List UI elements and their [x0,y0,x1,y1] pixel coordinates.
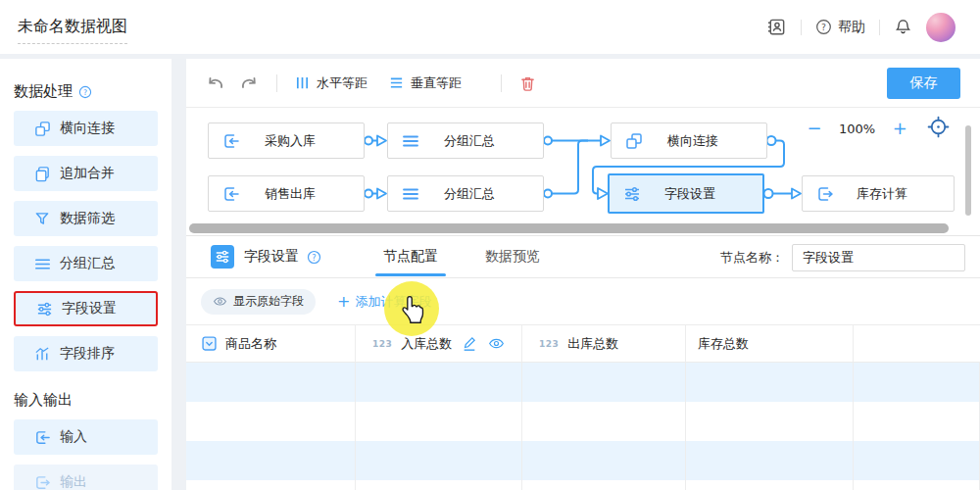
column-header-inbound-total[interactable]: 123 入库总数 [356,325,522,362]
list-icon [402,132,419,150]
node-group-summary-1[interactable]: 分组汇总 [387,122,544,159]
text-type-icon[interactable] [202,336,217,351]
field-table: 商品名称 123 入库总数 [186,324,980,490]
add-calculated-field-button[interactable]: + 添加计算字段 [337,292,431,311]
node-label: 库存计算 [834,185,930,203]
table-row[interactable] [186,480,980,490]
table-row[interactable] [186,441,980,480]
zoom-controls: − 100% + [802,116,912,141]
column-header-inventory-total[interactable]: 库存总数 [686,325,854,362]
output-icon [816,185,834,203]
node-name-input[interactable] [792,244,965,271]
sidebar-item-group-summary[interactable]: 分组汇总 [14,246,158,281]
sidebar-item-label: 分组汇总 [60,255,115,272]
node-name-label: 节点名称： [720,249,784,267]
sidebar-item-horizontal-join[interactable]: 横向连接 [14,111,158,146]
table-row[interactable] [186,402,980,441]
node-inventory-calc[interactable]: 库存计算 [802,175,955,212]
sidebar-item-label: 输出 [60,473,87,490]
eye-icon[interactable] [488,336,505,351]
node-group-summary-2[interactable]: 分组汇总 [387,175,544,212]
panel-header: 字段设置 ? 节点配置 数据预览 节点名称： [186,236,980,278]
sidebar-item-label: 输入 [60,428,87,446]
number-type-label: 123 [539,339,559,349]
column-actions [462,335,521,352]
bell-icon[interactable] [894,18,912,36]
page-title[interactable]: 未命名数据视图 [18,17,127,44]
edit-icon[interactable] [462,335,477,352]
question-circle-icon[interactable]: ? [78,85,92,99]
vertical-bars-icon [295,75,310,90]
column-label: 库存总数 [698,335,749,353]
delete-node-button[interactable] [519,74,536,92]
show-original-fields-button[interactable]: 显示原始字段 [201,289,316,315]
undo-button[interactable] [206,74,225,92]
sidebar-item-data-filter[interactable]: 数据筛选 [14,201,158,236]
node-label: 横向连接 [643,132,743,150]
join-icon [34,121,51,137]
save-button[interactable]: 保存 [887,68,960,99]
vertical-distribute-button[interactable]: 垂直等距 [389,74,462,92]
horizontal-distribute-button[interactable]: 水平等距 [295,74,368,92]
node-label: 采购入库 [240,132,340,150]
node-horizontal-join[interactable]: 横向连接 [611,122,767,159]
canvas-horizontal-scrollbar [186,223,980,234]
column-header-product-name[interactable]: 商品名称 [186,325,356,362]
column-label: 出库总数 [567,335,618,353]
sidebar-item-label: 追加合并 [60,165,115,182]
sliders-icon [623,185,641,203]
list-icon [34,256,51,272]
canvas-toolbar: 水平等距 垂直等距 保存 [186,59,980,108]
divider [801,20,802,35]
sidebar-item-field-sort[interactable]: 字段排序 [14,336,158,371]
fit-view-icon[interactable] [927,116,950,142]
top-bar: 未命名数据视图 ? 帮助 [0,0,980,54]
svg-text:?: ? [83,87,87,96]
section-title-label: 输入输出 [14,391,73,410]
flow-canvas[interactable]: 采购入库 分组汇总 横向连接 销售出库 [186,108,980,223]
canvas-vertical-scrollbar[interactable] [965,125,971,216]
node-name-group: 节点名称： [720,236,965,278]
node-sales-outbound[interactable]: 销售出库 [208,175,365,212]
svg-text:?: ? [821,22,826,32]
redo-button[interactable] [239,74,259,92]
sidebar-section-data-processing: 数据处理 ? [14,82,158,101]
sidebar-item-input[interactable]: 输入 [14,419,158,455]
input-icon [222,185,240,203]
column-header-outbound-total[interactable]: 123 出库总数 [522,325,686,362]
svg-text:?: ? [312,252,316,262]
copy-icon [34,166,51,182]
divider [276,74,277,92]
zoom-in-button[interactable]: + [887,116,912,141]
table-header-row: 商品名称 123 入库总数 [186,324,980,363]
node-label: 分组汇总 [419,132,519,150]
column-label: 商品名称 [225,335,276,353]
node-label: 字段设置 [641,185,739,203]
input-icon [34,429,51,446]
node-purchase-inbound[interactable]: 采购入库 [208,122,365,159]
question-circle-icon[interactable]: ? [307,250,321,265]
filter-icon [34,211,51,227]
sidebar-item-output[interactable]: 输出 [14,465,158,490]
sort-chart-icon [34,346,51,363]
contacts-icon[interactable] [766,17,787,37]
help-label: 帮助 [838,19,865,36]
sidebar-item-field-settings[interactable]: 字段设置 [14,291,158,326]
help-button[interactable]: ? 帮助 [815,19,865,36]
scrollbar-thumb[interactable] [189,223,949,233]
node-label: 分组汇总 [419,185,519,203]
horizontal-bars-icon [389,75,404,90]
zoom-out-button[interactable]: − [802,116,827,141]
avatar[interactable] [926,13,956,42]
tab-data-preview[interactable]: 数据预览 [477,236,548,278]
table-row[interactable] [186,363,980,402]
sliders-icon [36,301,53,318]
add-calculated-field-label: 添加计算字段 [355,293,431,311]
node-field-settings[interactable]: 字段设置 [608,173,764,214]
tab-node-config[interactable]: 节点配置 [375,236,446,278]
node-label: 销售出库 [240,185,340,203]
sidebar-item-label: 横向连接 [60,120,115,137]
sidebar-item-label: 字段设置 [62,300,117,318]
eye-icon [213,295,227,308]
sidebar-item-append-merge[interactable]: 追加合并 [14,156,158,191]
